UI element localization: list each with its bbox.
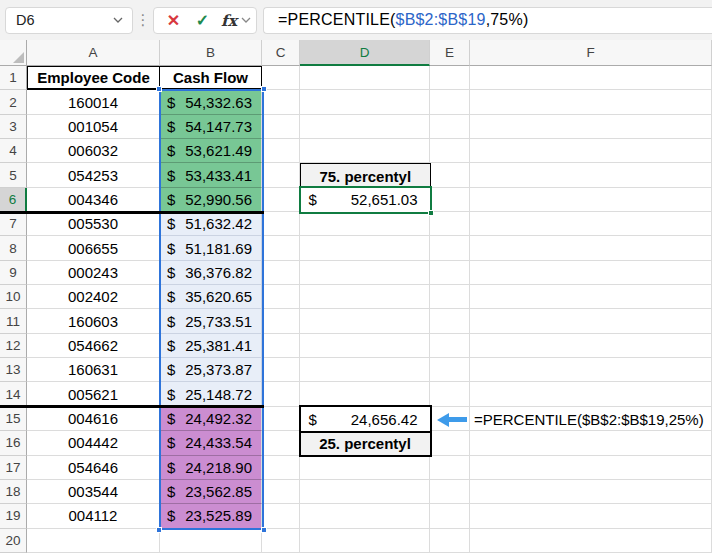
cell-A10[interactable]: 002402	[27, 285, 160, 309]
cell-F20[interactable]	[470, 529, 712, 553]
cell-C1[interactable]	[262, 66, 300, 90]
cell-F3[interactable]	[470, 115, 712, 139]
cell-B1[interactable]: Cash Flow	[160, 66, 262, 90]
cell-C4[interactable]	[262, 139, 300, 163]
cell-F9[interactable]	[470, 261, 712, 285]
cell-F14[interactable]	[470, 382, 712, 406]
cell-F4[interactable]	[470, 139, 712, 163]
cell-C6[interactable]	[262, 188, 300, 212]
cell-D16-percentile25-label[interactable]: 25. percentyl	[299, 431, 432, 457]
name-box[interactable]: D6	[5, 7, 133, 34]
cell-C18[interactable]	[262, 480, 300, 504]
cell-B12[interactable]: $25,381.41	[160, 334, 262, 358]
cell-E16[interactable]	[430, 431, 470, 455]
row-header-3[interactable]: 3	[0, 115, 27, 139]
cell-D1[interactable]	[300, 66, 430, 90]
cell-D20[interactable]	[300, 529, 430, 553]
cell-F11[interactable]	[470, 309, 712, 333]
column-header-D[interactable]: D	[300, 40, 430, 66]
cell-D17[interactable]	[300, 456, 430, 480]
cell-A1[interactable]: Employee Code	[27, 66, 160, 90]
row-header-5[interactable]: 5	[0, 163, 27, 187]
row-header-9[interactable]: 9	[0, 261, 27, 285]
cell-D15-percentile25-value[interactable]: $ 24,656.42	[299, 405, 432, 432]
cancel-icon[interactable]: ✕	[159, 8, 188, 33]
cell-E20[interactable]	[430, 529, 470, 553]
cell-C5[interactable]	[262, 163, 300, 187]
row-header-4[interactable]: 4	[0, 139, 27, 163]
cell-B20[interactable]	[160, 529, 262, 553]
cell-B11[interactable]: $25,733.51	[160, 309, 262, 333]
cell-B8[interactable]: $51,181.69	[160, 236, 262, 260]
cell-E13[interactable]	[430, 358, 470, 382]
column-header-A[interactable]: A	[27, 40, 160, 66]
cell-F10[interactable]	[470, 285, 712, 309]
cell-A8[interactable]: 006655	[27, 236, 160, 260]
cell-E12[interactable]	[430, 334, 470, 358]
enter-icon[interactable]: ✓	[188, 8, 217, 33]
cell-D2[interactable]	[300, 90, 430, 114]
row-header-11[interactable]: 11	[0, 309, 27, 333]
cell-C7[interactable]	[262, 212, 300, 236]
row-header-18[interactable]: 18	[0, 480, 27, 504]
row-header-20[interactable]: 20	[0, 529, 27, 553]
cell-D3[interactable]	[300, 115, 430, 139]
cell-A6[interactable]: 004346	[27, 188, 160, 212]
cell-A14[interactable]: 005621	[27, 382, 160, 406]
cell-C17[interactable]	[262, 456, 300, 480]
cell-E2[interactable]	[430, 90, 470, 114]
cell-D5-percentile75-label[interactable]: 75. percentyl	[300, 163, 431, 188]
row-header-1[interactable]: 1	[0, 66, 27, 90]
cell-A16[interactable]: 004442	[27, 431, 160, 455]
cell-F5[interactable]	[470, 163, 712, 187]
cell-A5[interactable]: 054253	[27, 163, 160, 187]
cell-C16[interactable]	[262, 431, 300, 455]
cell-C2[interactable]	[262, 90, 300, 114]
cell-B19[interactable]: $23,525.89	[160, 504, 262, 528]
cell-B14[interactable]: $25,148.72	[160, 382, 262, 406]
cell-B9[interactable]: $36,376.82	[160, 261, 262, 285]
row-header-10[interactable]: 10	[0, 285, 27, 309]
row-header-7[interactable]: 7	[0, 212, 27, 236]
cell-D19[interactable]	[300, 504, 430, 528]
cell-C3[interactable]	[262, 115, 300, 139]
cell-B4[interactable]: $53,621.49	[160, 139, 262, 163]
cell-F16[interactable]	[470, 431, 712, 455]
cell-C8[interactable]	[262, 236, 300, 260]
cell-D7[interactable]	[300, 212, 430, 236]
cell-E8[interactable]	[430, 236, 470, 260]
active-cell-D6[interactable]: $ 52,651.03	[299, 186, 432, 213]
cell-B2[interactable]: $54,332.63	[160, 90, 262, 114]
cell-A13[interactable]: 160631	[27, 358, 160, 382]
row-header-12[interactable]: 12	[0, 334, 27, 358]
cell-E6[interactable]	[430, 188, 470, 212]
cell-F2[interactable]	[470, 90, 712, 114]
cell-B15[interactable]: $24,492.32	[160, 407, 262, 431]
select-all-corner[interactable]	[0, 40, 27, 66]
cell-C14[interactable]	[262, 382, 300, 406]
cell-F6[interactable]	[470, 188, 712, 212]
column-header-F[interactable]: F	[470, 40, 712, 66]
cell-B17[interactable]: $24,218.90	[160, 456, 262, 480]
cell-A17[interactable]: 054646	[27, 456, 160, 480]
cell-D12[interactable]	[300, 334, 430, 358]
cell-D9[interactable]	[300, 261, 430, 285]
cell-D4[interactable]	[300, 139, 430, 163]
fill-handle[interactable]	[428, 210, 434, 216]
cell-E10[interactable]	[430, 285, 470, 309]
formula-input[interactable]: =PERCENTILE($B$2:$B$19,75%)	[263, 7, 712, 34]
cell-B10[interactable]: $35,620.65	[160, 285, 262, 309]
cell-C10[interactable]	[262, 285, 300, 309]
cell-C9[interactable]	[262, 261, 300, 285]
cell-D13[interactable]	[300, 358, 430, 382]
cell-E17[interactable]	[430, 456, 470, 480]
cell-A20[interactable]	[27, 529, 160, 553]
cell-E19[interactable]	[430, 504, 470, 528]
cell-F19[interactable]	[470, 504, 712, 528]
cell-A18[interactable]: 003544	[27, 480, 160, 504]
row-header-17[interactable]: 17	[0, 456, 27, 480]
cell-F13[interactable]	[470, 358, 712, 382]
cell-B18[interactable]: $23,562.85	[160, 480, 262, 504]
cell-D14[interactable]	[300, 382, 430, 406]
cell-A4[interactable]: 006032	[27, 139, 160, 163]
